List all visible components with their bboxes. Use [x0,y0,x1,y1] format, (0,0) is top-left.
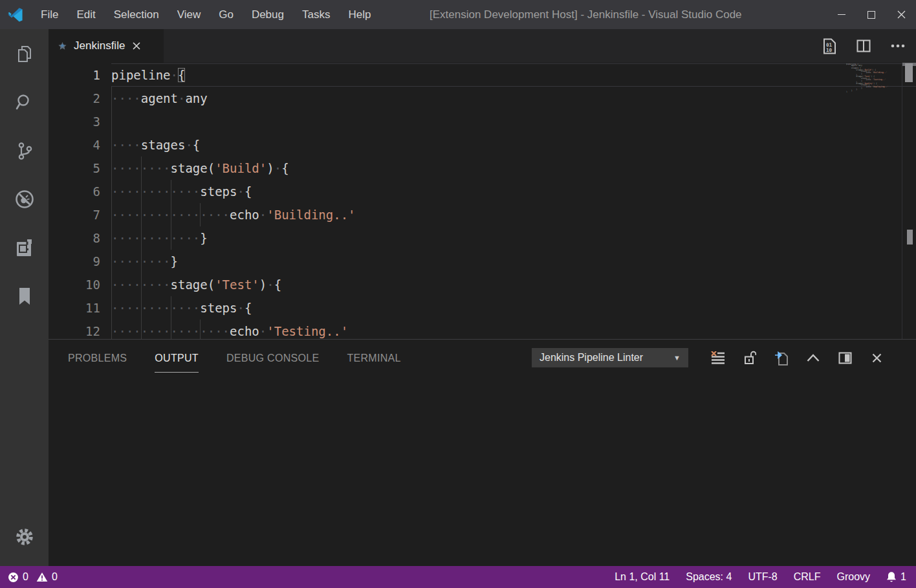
sidebar-item-search[interactable] [0,78,49,126]
language-mode[interactable]: Groovy [837,571,871,583]
code-line[interactable]: 2····agent·any [49,87,916,110]
code-line[interactable]: 12················echo·'Testing..' [49,320,916,339]
editor-scrollbar[interactable] [902,63,916,339]
menu-tasks[interactable]: Tasks [293,0,339,29]
indent-guide [171,320,171,339]
code-line[interactable]: 5········stage('Build')·{ [49,157,916,180]
code-line[interactable]: 9········} [49,250,916,273]
menu-file[interactable]: File [32,0,67,29]
code-line[interactable]: 4····stages·{ [49,133,916,157]
sidebar-item-debug[interactable] [0,175,49,223]
indent-guide [141,273,142,296]
indent-guide [111,203,112,226]
output-content[interactable] [49,376,916,566]
split-editor-button[interactable] [856,38,871,54]
scrollbar-thumb[interactable] [905,63,913,82]
menu-go[interactable]: Go [210,0,243,29]
scroll-lock-button[interactable] [743,351,757,365]
chevron-up-icon [807,354,820,362]
settings-button[interactable] [0,512,49,561]
panel: PROBLEMSOUTPUTDEBUG CONSOLETERMINAL Jenk… [49,339,916,566]
bookmark-icon [16,287,33,306]
menu-selection[interactable]: Selection [105,0,168,29]
editor[interactable]: 1pipeline·{2····agent·any34····stages·{5… [49,63,916,339]
code-line[interactable]: 10········stage('Test')·{ [49,273,916,296]
line-number[interactable]: 6 [49,180,100,203]
menu-edit[interactable]: Edit [67,0,104,29]
more-actions-button[interactable] [890,38,906,54]
line-number[interactable]: 7 [49,203,100,226]
indent-guide [111,320,112,339]
line-number[interactable]: 1 [49,63,100,87]
maximize-panel-button[interactable] [806,351,820,365]
line-text [111,110,916,133]
svg-text:10: 10 [826,47,833,52]
code-line[interactable]: 11············steps·{ [49,296,916,320]
search-icon [15,93,34,112]
code-line[interactable]: 1pipeline·{ [49,63,916,87]
line-number[interactable]: 10 [49,273,100,296]
line-text: ················echo·'Testing..' [111,320,916,339]
line-number[interactable]: 4 [49,133,100,157]
menu-debug[interactable]: Debug [243,0,293,29]
warning-icon [36,572,48,582]
problems-status[interactable]: 0 0 [8,571,58,583]
line-number[interactable]: 2 [49,87,100,110]
notifications[interactable]: 1 [886,571,906,583]
panel-tab-debug-console[interactable]: DEBUG CONSOLE [226,343,320,373]
indent-guide [171,203,171,226]
tab-label: Jenkinsfile [74,39,125,52]
more-actions-icon [891,44,905,48]
line-number[interactable]: 11 [49,296,100,320]
panel-tab-output[interactable]: OUTPUT [155,343,199,373]
line-number[interactable]: 8 [49,226,100,250]
code-line[interactable]: 6············steps·{ [49,180,916,203]
indent-guide [111,87,112,110]
indentation-status[interactable]: Spaces: 4 [686,571,732,583]
maximize-button[interactable] [856,0,886,29]
sidebar-item-bookmarks[interactable] [0,272,49,320]
close-window-button[interactable] [886,0,916,29]
indent-guide [111,296,112,320]
indent-guide [141,250,142,273]
extensions-icon [15,238,34,257]
sidebar-item-explorer[interactable] [0,29,49,78]
close-panel-button[interactable] [869,351,884,365]
code-line[interactable]: 8············} [49,226,916,250]
encoding-status[interactable]: UTF-8 [748,571,777,583]
line-number[interactable]: 3 [49,110,100,133]
code-line[interactable]: 3 [49,110,916,133]
code-line[interactable]: 7················echo·'Building..' [49,203,916,226]
vscode-window: FileEditSelectionViewGoDebugTasksHelp [E… [0,0,916,588]
minimap[interactable]: pipeline { agent any stages { stage('Bui… [846,63,902,93]
move-panel-button[interactable] [838,351,852,365]
binary-doc-button[interactable]: 01 10 [822,38,837,54]
clear-output-button[interactable] [711,351,725,365]
line-number[interactable]: 9 [49,250,100,273]
title-bar: FileEditSelectionViewGoDebugTasksHelp [E… [0,0,916,29]
eol-status[interactable]: CRLF [794,571,821,583]
panel-layout-icon [838,352,852,364]
line-number[interactable]: 12 [49,320,100,339]
sidebar-item-extensions[interactable] [0,223,49,272]
debug-disabled-icon [14,189,35,210]
sidebar-item-source-control[interactable] [0,126,49,175]
output-channel-select[interactable]: Jenkins Pipeline Linter ▼ [532,348,688,367]
overview-ruler-marker [907,230,913,245]
tab-jenkinsfile[interactable]: Jenkinsfile [49,29,164,63]
close-tab-icon[interactable] [133,42,140,50]
menu-view[interactable]: View [168,0,210,29]
indent-guide [141,203,142,226]
menu-help[interactable]: Help [339,0,380,29]
unlock-icon [743,351,756,365]
line-number[interactable]: 5 [49,157,100,180]
cursor-position[interactable]: Ln 1, Col 11 [615,571,670,583]
panel-tab-problems[interactable]: PROBLEMS [68,343,127,373]
open-log-file-button[interactable] [774,351,789,365]
gear-icon [14,527,35,547]
panel-tab-terminal[interactable]: TERMINAL [347,343,400,373]
minimize-button[interactable] [827,0,856,29]
panel-header: PROBLEMSOUTPUTDEBUG CONSOLETERMINAL Jenk… [49,340,916,376]
indent-guide [111,157,112,180]
notification-count: 1 [900,571,906,583]
